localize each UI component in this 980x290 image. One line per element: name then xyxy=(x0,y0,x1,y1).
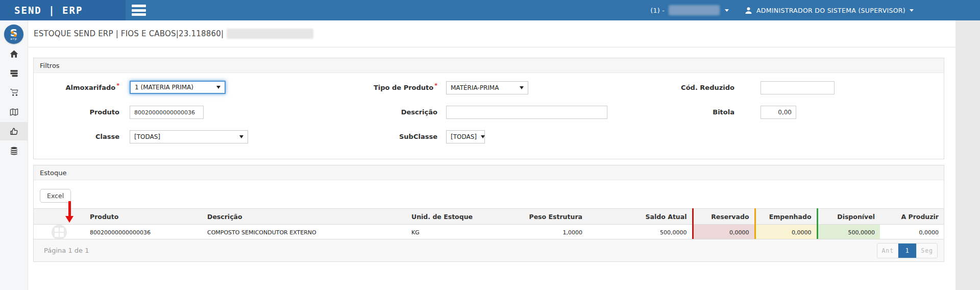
sidebar-item-modules[interactable] xyxy=(0,64,28,82)
almoxarifado-label: Almoxarifado xyxy=(66,81,119,94)
subclasse-label: SubClasse xyxy=(399,130,437,143)
tipo-produto-label: Tipo de Produto xyxy=(374,81,437,94)
almoxarifado-value: 1 (MATERIA PRIMA) xyxy=(135,84,193,91)
send-erp-logo[interactable]: S erp xyxy=(4,25,23,44)
cell-unidade: KG xyxy=(406,225,511,240)
brand-area[interactable]: SEND | ERP xyxy=(0,0,126,20)
chevron-down-icon xyxy=(239,135,243,138)
tipo-produto-value: MATÉRIA-PRIMA xyxy=(451,84,499,91)
map-icon xyxy=(9,107,19,117)
subclasse-value: [TODAS] xyxy=(451,133,477,140)
sidebar-item-home[interactable] xyxy=(0,44,28,63)
chevron-down-icon xyxy=(520,86,524,89)
descricao-label: Descrição xyxy=(401,106,437,119)
almoxarifado-select[interactable]: 1 (MATERIA PRIMA) xyxy=(130,81,226,94)
col-header-unidade: Unid. de Estoque xyxy=(406,209,511,225)
stock-panel-title: Estoque xyxy=(34,165,944,180)
pagination-next-button[interactable]: Seg xyxy=(916,244,937,258)
stock-panel: Estoque Excel Produto Descrição Unid. de… xyxy=(33,165,944,262)
col-header-produto: Produto xyxy=(85,209,202,225)
top-navbar: SEND | ERP (1) - ADMINISTRADOR DO SISTEM… xyxy=(0,0,980,20)
subclasse-select[interactable]: [TODAS] xyxy=(446,130,485,143)
col-header-disponivel: Disponível xyxy=(817,209,880,225)
expand-column-header xyxy=(34,209,85,225)
cell-a-produzir: 0,0000 xyxy=(880,225,944,240)
page-summary-label: Página 1 de 1 xyxy=(44,247,89,254)
branch-dropdown-caret-icon[interactable] xyxy=(725,9,729,12)
sidebar-item-map[interactable] xyxy=(0,103,28,121)
row-expand-grid-icon[interactable] xyxy=(52,225,67,240)
brand-logo-text: SEND | ERP xyxy=(14,5,83,16)
sidebar-item-approvals[interactable] xyxy=(0,122,28,140)
col-header-saldo-atual: Saldo Atual xyxy=(587,209,693,225)
excel-export-button[interactable]: Excel xyxy=(40,189,71,203)
cell-reservado: 0,0000 xyxy=(693,225,755,240)
branch-number-label: (1) - xyxy=(650,7,665,14)
cell-produto: 80020000000000036 xyxy=(85,225,202,240)
chevron-down-icon xyxy=(481,135,485,138)
classe-value: [TODAS] xyxy=(134,133,160,140)
stock-table: Produto Descrição Unid. de Estoque Peso … xyxy=(34,208,944,240)
bitola-input[interactable] xyxy=(761,106,796,119)
database-icon xyxy=(9,146,19,156)
produto-label: Produto xyxy=(89,106,119,119)
stock-table-header-row: Produto Descrição Unid. de Estoque Peso … xyxy=(34,209,944,225)
bitola-label: Bitola xyxy=(713,106,734,119)
table-footer: Página 1 de 1 Ant 1 Seg xyxy=(34,239,944,261)
hamburger-menu-icon[interactable] xyxy=(132,5,147,16)
pagination-control: Ant 1 Seg xyxy=(877,243,938,258)
filters-panel: Filtros Almoxarifado 1 (MATERIA PRIMA) T… xyxy=(33,58,944,159)
list-bars-icon xyxy=(9,68,19,78)
cell-peso-estrutura: 1,0000 xyxy=(511,225,587,240)
tipo-produto-select[interactable]: MATÉRIA-PRIMA xyxy=(446,81,528,94)
col-header-peso-estrutura: Peso Estrutura xyxy=(511,209,587,225)
classe-label: Classe xyxy=(95,130,119,143)
sidebar-item-database[interactable] xyxy=(0,141,28,160)
main-content: ESTOQUE SEND ERP | FIOS E CABOS|23.11886… xyxy=(28,20,955,290)
pagination-page-1-button[interactable]: 1 xyxy=(898,244,916,258)
page-title-bar: ESTOQUE SEND ERP | FIOS E CABOS|23.11886… xyxy=(28,20,955,47)
branch-name-redacted xyxy=(669,5,720,15)
col-header-reservado: Reservado xyxy=(693,209,755,225)
sidebar-item-purchases[interactable] xyxy=(0,83,28,102)
erp-app-window: SEND | ERP (1) - ADMINISTRADOR DO SISTEM… xyxy=(0,0,980,290)
cell-descricao: COMPOSTO SEMICONDUTOR EXTERNO xyxy=(202,225,406,240)
user-icon xyxy=(744,6,753,15)
filters-panel-title: Filtros xyxy=(34,58,944,73)
col-header-a-produzir: A Produzir xyxy=(880,209,944,225)
user-dropdown-caret-icon xyxy=(910,9,914,12)
thumbs-up-icon xyxy=(9,127,19,136)
descricao-input[interactable] xyxy=(446,106,607,119)
pagination-prev-button[interactable]: Ant xyxy=(877,244,898,258)
col-header-descricao: Descrição xyxy=(202,209,406,225)
cell-disponivel: 500,0000 xyxy=(817,225,880,240)
page-title: ESTOQUE SEND ERP | FIOS E CABOS|23.11886… xyxy=(34,29,224,38)
cell-empenhado: 0,0000 xyxy=(755,225,817,240)
user-name-label: ADMINISTRADOR DO SISTEMA (SUPERVISOR) xyxy=(756,7,905,14)
cart-icon xyxy=(9,87,19,98)
stock-table-row: 80020000000000036 COMPOSTO SEMICONDUTOR … xyxy=(34,225,944,240)
company-name-redacted xyxy=(227,29,313,39)
cod-reduzido-input[interactable] xyxy=(761,81,835,94)
user-menu[interactable]: ADMINISTRADOR DO SISTEMA (SUPERVISOR) xyxy=(744,6,914,15)
cod-reduzido-label: Cód. Reduzido xyxy=(681,81,734,94)
produto-input[interactable] xyxy=(130,106,204,119)
chevron-down-icon xyxy=(216,86,220,89)
home-icon xyxy=(9,49,19,59)
left-sidebar: S erp xyxy=(0,20,28,290)
col-header-empenhado: Empenhado xyxy=(755,209,817,225)
cell-saldo-atual: 500,0000 xyxy=(587,225,693,240)
classe-select[interactable]: [TODAS] xyxy=(130,130,248,143)
